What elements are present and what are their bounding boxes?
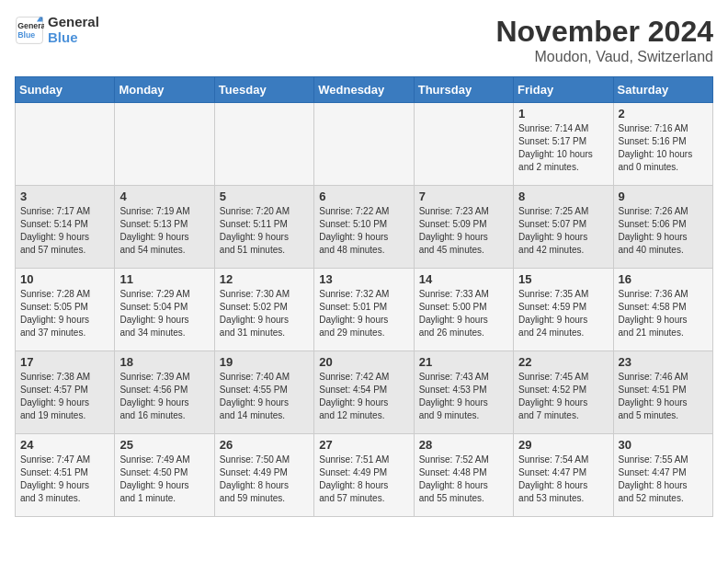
calendar-cell: 7Sunrise: 7:23 AM Sunset: 5:09 PM Daylig… (414, 186, 513, 269)
day-number: 16 (619, 272, 708, 286)
day-info: Sunrise: 7:23 AM Sunset: 5:09 PM Dayligh… (419, 205, 508, 257)
day-info: Sunrise: 7:28 AM Sunset: 5:05 PM Dayligh… (20, 288, 109, 339)
calendar-cell: 8Sunrise: 7:25 AM Sunset: 5:07 PM Daylig… (514, 186, 613, 269)
day-info: Sunrise: 7:45 AM Sunset: 4:52 PM Dayligh… (518, 371, 608, 422)
calendar-cell: 10Sunrise: 7:28 AM Sunset: 5:05 PM Dayli… (16, 269, 115, 351)
logo-blue: Blue (48, 30, 99, 46)
logo-icon: General Blue (15, 16, 44, 45)
title-area: November 2024 Moudon, Vaud, Switzerland (495, 15, 713, 65)
day-info: Sunrise: 7:26 AM Sunset: 5:06 PM Dayligh… (619, 205, 708, 257)
day-info: Sunrise: 7:25 AM Sunset: 5:07 PM Dayligh… (518, 205, 608, 257)
calendar-cell: 16Sunrise: 7:36 AM Sunset: 4:58 PM Dayli… (613, 269, 712, 351)
calendar-cell: 22Sunrise: 7:45 AM Sunset: 4:52 PM Dayli… (514, 351, 613, 434)
day-info: Sunrise: 7:22 AM Sunset: 5:10 PM Dayligh… (319, 205, 408, 257)
day-info: Sunrise: 7:51 AM Sunset: 4:49 PM Dayligh… (319, 454, 408, 505)
calendar-cell: 14Sunrise: 7:33 AM Sunset: 5:00 PM Dayli… (414, 269, 513, 351)
day-number: 7 (419, 190, 508, 203)
day-info: Sunrise: 7:43 AM Sunset: 4:53 PM Dayligh… (419, 371, 508, 422)
calendar-cell: 11Sunrise: 7:29 AM Sunset: 5:04 PM Dayli… (115, 269, 214, 351)
day-number: 30 (619, 438, 708, 452)
calendar-cell (16, 103, 115, 186)
day-number: 25 (119, 438, 209, 452)
weekday-header-wednesday: Wednesday (314, 77, 414, 103)
day-number: 29 (518, 438, 608, 452)
day-info: Sunrise: 7:30 AM Sunset: 5:02 PM Dayligh… (220, 288, 309, 339)
week-row-4: 17Sunrise: 7:38 AM Sunset: 4:57 PM Dayli… (16, 351, 713, 434)
weekday-header-row: SundayMondayTuesdayWednesdayThursdayFrid… (16, 77, 713, 103)
svg-text:Blue: Blue (17, 30, 35, 40)
week-row-2: 3Sunrise: 7:17 AM Sunset: 5:14 PM Daylig… (16, 186, 713, 269)
day-number: 5 (220, 190, 309, 203)
calendar-cell: 19Sunrise: 7:40 AM Sunset: 4:55 PM Dayli… (214, 351, 313, 434)
day-info: Sunrise: 7:39 AM Sunset: 4:56 PM Dayligh… (119, 371, 209, 422)
calendar-cell: 5Sunrise: 7:20 AM Sunset: 5:11 PM Daylig… (214, 186, 313, 269)
calendar-cell: 30Sunrise: 7:55 AM Sunset: 4:47 PM Dayli… (613, 434, 712, 517)
day-info: Sunrise: 7:33 AM Sunset: 5:00 PM Dayligh… (419, 288, 508, 339)
calendar-cell: 20Sunrise: 7:42 AM Sunset: 4:54 PM Dayli… (314, 351, 414, 434)
calendar-cell (314, 103, 414, 186)
week-row-1: 1Sunrise: 7:14 AM Sunset: 5:17 PM Daylig… (16, 103, 713, 186)
calendar-cell (414, 103, 513, 186)
logo-general: General (48, 15, 99, 30)
day-number: 28 (419, 438, 508, 452)
calendar-cell: 13Sunrise: 7:32 AM Sunset: 5:01 PM Dayli… (314, 269, 414, 351)
day-number: 26 (220, 438, 309, 452)
day-number: 4 (119, 190, 209, 203)
day-number: 15 (518, 272, 608, 286)
weekday-header-monday: Monday (115, 77, 214, 103)
day-info: Sunrise: 7:36 AM Sunset: 4:58 PM Dayligh… (619, 288, 708, 339)
calendar-cell: 4Sunrise: 7:19 AM Sunset: 5:13 PM Daylig… (115, 186, 214, 269)
day-number: 10 (20, 272, 109, 286)
day-number: 24 (20, 438, 109, 452)
calendar-cell (115, 103, 214, 186)
calendar-cell: 27Sunrise: 7:51 AM Sunset: 4:49 PM Dayli… (314, 434, 414, 517)
month-title: November 2024 (495, 15, 713, 49)
day-number: 11 (119, 272, 209, 286)
calendar-cell: 3Sunrise: 7:17 AM Sunset: 5:14 PM Daylig… (16, 186, 115, 269)
header: General Blue General Blue November 2024 … (15, 15, 713, 65)
calendar-cell: 1Sunrise: 7:14 AM Sunset: 5:17 PM Daylig… (514, 103, 613, 186)
calendar-table: SundayMondayTuesdayWednesdayThursdayFrid… (15, 76, 713, 517)
day-info: Sunrise: 7:29 AM Sunset: 5:04 PM Dayligh… (119, 288, 209, 339)
week-row-3: 10Sunrise: 7:28 AM Sunset: 5:05 PM Dayli… (16, 269, 713, 351)
day-info: Sunrise: 7:40 AM Sunset: 4:55 PM Dayligh… (220, 371, 309, 422)
day-info: Sunrise: 7:50 AM Sunset: 4:49 PM Dayligh… (220, 454, 309, 505)
weekday-header-thursday: Thursday (414, 77, 513, 103)
calendar-cell: 29Sunrise: 7:54 AM Sunset: 4:47 PM Dayli… (514, 434, 613, 517)
week-row-5: 24Sunrise: 7:47 AM Sunset: 4:51 PM Dayli… (16, 434, 713, 517)
day-number: 23 (619, 355, 708, 369)
day-info: Sunrise: 7:14 AM Sunset: 5:17 PM Dayligh… (518, 122, 608, 174)
day-info: Sunrise: 7:47 AM Sunset: 4:51 PM Dayligh… (20, 454, 109, 505)
day-info: Sunrise: 7:52 AM Sunset: 4:48 PM Dayligh… (419, 454, 508, 505)
calendar-cell: 17Sunrise: 7:38 AM Sunset: 4:57 PM Dayli… (16, 351, 115, 434)
day-info: Sunrise: 7:49 AM Sunset: 4:50 PM Dayligh… (119, 454, 209, 505)
calendar-cell: 6Sunrise: 7:22 AM Sunset: 5:10 PM Daylig… (314, 186, 414, 269)
day-number: 6 (319, 190, 408, 203)
svg-text:General: General (17, 21, 44, 30)
weekday-header-saturday: Saturday (613, 77, 712, 103)
calendar-cell: 9Sunrise: 7:26 AM Sunset: 5:06 PM Daylig… (613, 186, 712, 269)
day-info: Sunrise: 7:16 AM Sunset: 5:16 PM Dayligh… (619, 122, 708, 174)
day-info: Sunrise: 7:54 AM Sunset: 4:47 PM Dayligh… (518, 454, 608, 505)
calendar-cell (214, 103, 313, 186)
day-number: 27 (319, 438, 408, 452)
weekday-header-tuesday: Tuesday (214, 77, 313, 103)
day-number: 12 (220, 272, 309, 286)
day-info: Sunrise: 7:17 AM Sunset: 5:14 PM Dayligh… (20, 205, 109, 257)
calendar-cell: 21Sunrise: 7:43 AM Sunset: 4:53 PM Dayli… (414, 351, 513, 434)
day-info: Sunrise: 7:35 AM Sunset: 4:59 PM Dayligh… (518, 288, 608, 339)
day-number: 19 (220, 355, 309, 369)
day-number: 21 (419, 355, 508, 369)
day-number: 3 (20, 190, 109, 203)
calendar-cell: 18Sunrise: 7:39 AM Sunset: 4:56 PM Dayli… (115, 351, 214, 434)
day-number: 18 (119, 355, 209, 369)
day-number: 20 (319, 355, 408, 369)
calendar-cell: 12Sunrise: 7:30 AM Sunset: 5:02 PM Dayli… (214, 269, 313, 351)
day-info: Sunrise: 7:42 AM Sunset: 4:54 PM Dayligh… (319, 371, 408, 422)
day-info: Sunrise: 7:19 AM Sunset: 5:13 PM Dayligh… (119, 205, 209, 257)
calendar-cell: 2Sunrise: 7:16 AM Sunset: 5:16 PM Daylig… (613, 103, 712, 186)
calendar-cell: 26Sunrise: 7:50 AM Sunset: 4:49 PM Dayli… (214, 434, 313, 517)
day-info: Sunrise: 7:20 AM Sunset: 5:11 PM Dayligh… (220, 205, 309, 257)
day-number: 8 (518, 190, 608, 203)
day-number: 9 (619, 190, 708, 203)
